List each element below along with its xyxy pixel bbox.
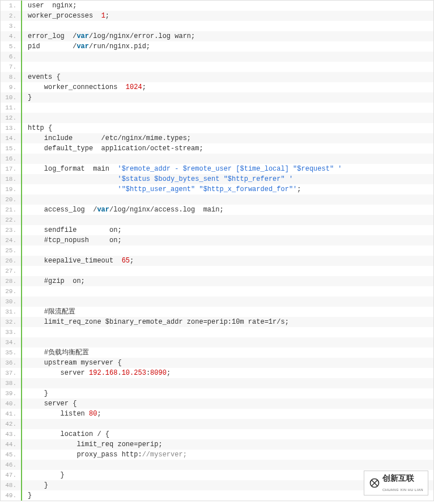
code-line: 2.worker_processes 1; xyxy=(1,11,433,21)
code-line: 25. xyxy=(1,245,433,256)
code-line: 5.pid /var/run/nginx.pid; xyxy=(1,41,433,52)
code-block: 1.user nginx;2.worker_processes 1;3.4.er… xyxy=(0,0,434,501)
line-content: keepalive_timeout 65; xyxy=(22,256,134,266)
line-number: 12. xyxy=(1,113,22,123)
line-number: 41. xyxy=(1,409,22,419)
line-number: 49. xyxy=(1,490,22,501)
code-line: 34. xyxy=(1,337,433,348)
line-number: 46. xyxy=(1,460,22,470)
line-number: 4. xyxy=(1,31,22,41)
code-line: 19. '"$http_user_agent" "$http_x_forward… xyxy=(1,184,433,194)
code-line: 18. '$status $body_bytes_sent "$http_ref… xyxy=(1,174,433,184)
line-content: server 192.168.10.253:8090; xyxy=(22,368,171,378)
code-line: 15. default_type application/octet-strea… xyxy=(1,143,433,154)
code-line: 1.user nginx; xyxy=(1,1,433,11)
code-line: 6. xyxy=(1,52,433,62)
line-number: 45. xyxy=(1,450,22,460)
line-content: user nginx; xyxy=(22,1,76,11)
line-content xyxy=(22,378,28,388)
line-content: } xyxy=(22,470,65,480)
line-content: access_log /var/log/nginx/access.log mai… xyxy=(22,205,224,215)
code-line: 46. xyxy=(1,460,433,470)
code-line: 45. proxy_pass http://myserver; xyxy=(1,450,433,460)
line-content: #负载均衡配置 xyxy=(22,348,89,358)
code-line: 11. xyxy=(1,103,433,113)
line-content: default_type application/octet-stream; xyxy=(22,143,203,154)
code-line: 17. log_format main '$remote_addr - $rem… xyxy=(1,164,433,174)
line-content: events { xyxy=(22,72,61,82)
line-content: } xyxy=(22,480,48,490)
code-line: 4.error_log /var/log/nginx/error.log war… xyxy=(1,31,433,41)
code-line: 10.} xyxy=(1,92,433,103)
code-line: 32. limit_req_zone $binary_remote_addr z… xyxy=(1,317,433,327)
line-content: worker_processes 1; xyxy=(22,11,109,21)
line-number: 33. xyxy=(1,327,22,337)
line-content xyxy=(22,52,28,62)
line-number: 34. xyxy=(1,337,22,348)
line-number: 48. xyxy=(1,480,22,490)
code-line: 24. #tcp_nopush on; xyxy=(1,235,433,245)
line-number: 14. xyxy=(1,133,22,143)
line-number: 40. xyxy=(1,399,22,409)
code-line: 41. listen 80; xyxy=(1,409,433,419)
code-line: 31. #限流配置 xyxy=(1,307,433,317)
line-number: 30. xyxy=(1,297,22,307)
code-line: 37. server 192.168.10.253:8090; xyxy=(1,368,433,378)
line-number: 36. xyxy=(1,358,22,368)
code-line: 16. xyxy=(1,154,433,164)
line-content: log_format main '$remote_addr - $remote_… xyxy=(22,164,342,174)
line-number: 39. xyxy=(1,388,22,399)
code-line: 13.http { xyxy=(1,123,433,133)
line-number: 19. xyxy=(1,184,22,194)
line-content: proxy_pass http://myserver; xyxy=(22,450,187,460)
line-content xyxy=(22,419,28,429)
line-content xyxy=(22,337,28,348)
code-line: 14. include /etc/nginx/mime.types; xyxy=(1,133,433,143)
code-line: 35. #负载均衡配置 xyxy=(1,348,433,358)
line-content xyxy=(22,286,44,297)
code-line: 29. xyxy=(1,286,433,297)
line-content xyxy=(22,113,28,123)
line-number: 26. xyxy=(1,256,22,266)
line-number: 38. xyxy=(1,378,22,388)
line-content xyxy=(22,154,28,164)
line-number: 2. xyxy=(1,11,22,21)
line-content: } xyxy=(22,388,48,399)
code-line: 3. xyxy=(1,21,433,31)
line-number: 11. xyxy=(1,103,22,113)
line-content: #gzip on; xyxy=(22,276,85,286)
code-line: 30. xyxy=(1,297,433,307)
code-line: 40. server { xyxy=(1,399,433,409)
line-content: #tcp_nopush on; xyxy=(22,235,122,245)
line-number: 31. xyxy=(1,307,22,317)
logo-text: 创新互联 xyxy=(382,473,414,482)
line-content: http { xyxy=(22,123,52,133)
line-number: 42. xyxy=(1,419,22,429)
watermark-logo: 创新互联 CHUANG XIN HU LIAN xyxy=(364,471,428,495)
code-line: 42. xyxy=(1,419,433,429)
logo-icon xyxy=(369,477,380,489)
line-number: 7. xyxy=(1,62,22,72)
code-line: 28. #gzip on; xyxy=(1,276,433,286)
code-line: 43. location / { xyxy=(1,429,433,439)
line-content xyxy=(22,21,28,31)
line-content: server { xyxy=(22,399,76,409)
line-number: 29. xyxy=(1,286,22,297)
code-line: 23. sendfile on; xyxy=(1,225,433,235)
line-number: 43. xyxy=(1,429,22,439)
code-line: 33. xyxy=(1,327,433,337)
line-content: upstream myserver { xyxy=(22,358,122,368)
code-line: 26. keepalive_timeout 65; xyxy=(1,256,433,266)
line-number: 47. xyxy=(1,470,22,480)
code-line: 38. xyxy=(1,378,433,388)
line-number: 32. xyxy=(1,317,22,327)
line-content: sendfile on; xyxy=(22,225,122,235)
line-content: '$status $body_bytes_sent "$http_referer… xyxy=(22,174,293,184)
line-number: 24. xyxy=(1,235,22,245)
line-number: 18. xyxy=(1,174,22,184)
code-line: 20. xyxy=(1,194,433,205)
code-line: 21. access_log /var/log/nginx/access.log… xyxy=(1,205,433,215)
line-number: 1. xyxy=(1,1,22,11)
line-content xyxy=(22,327,28,337)
logo-subtext: CHUANG XIN HU LIAN xyxy=(382,488,423,492)
